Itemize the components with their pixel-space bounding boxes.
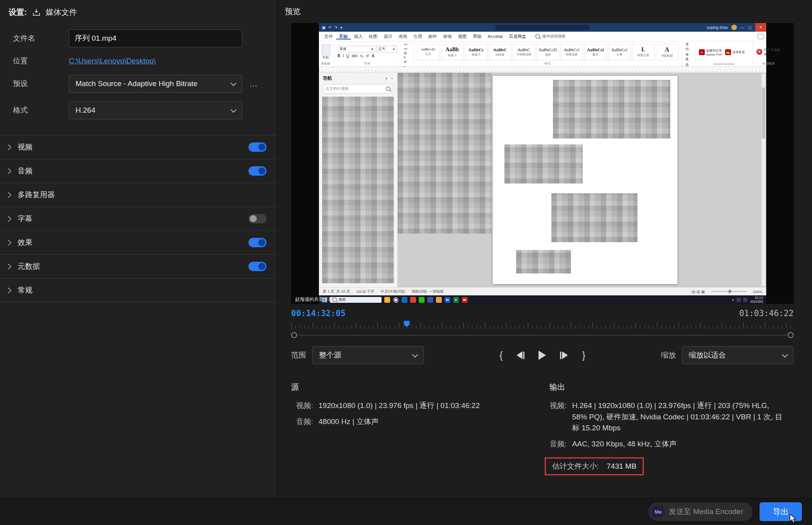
status-page-count: 第 1 页, 共 33 页: [323, 289, 350, 294]
close-icon: ×: [755, 23, 766, 32]
chevron-down-icon: ▾: [385, 76, 387, 81]
section-label: 字幕: [18, 214, 32, 224]
set-out-point-button[interactable]: }: [582, 350, 585, 361]
location-link[interactable]: C:\Users\Lenovo\Desktop\: [69, 57, 156, 65]
filename-label: 文件名: [13, 33, 69, 43]
style-card[interactable]: AaBbCcDc 正文: [417, 44, 440, 60]
effects-toggle[interactable]: [248, 238, 266, 247]
chevron-down-icon: [412, 351, 418, 358]
captions-toggle[interactable]: [248, 214, 266, 223]
filename-input[interactable]: 序列 01.mp4: [69, 29, 242, 47]
settings-subtitle: 媒体文件: [46, 7, 77, 18]
bold-icon: B: [338, 54, 340, 58]
preview-stage[interactable]: 赵海浦的共享屏幕 ▣ ↶ ↷ ▾ yuping zhao — ▢: [291, 23, 794, 304]
styles-gallery: AaBbCcDc 正文 AaBb 标题 4 AaBbCc 标题 5: [417, 42, 679, 61]
current-timecode: 00:14:32:05: [291, 309, 346, 318]
chevron-down-icon: [782, 351, 788, 358]
preset-row: 预设 Match Source - Adaptive High Bitrate …: [13, 75, 277, 93]
audio-toggle[interactable]: [248, 166, 266, 176]
preset-more-button[interactable]: …: [249, 79, 259, 88]
request-signature-label: 请求签名: [733, 50, 745, 54]
style-card[interactable]: AaBb 标题 4: [441, 44, 464, 60]
range-select[interactable]: 整个源: [312, 346, 424, 364]
section-audio[interactable]: 音频: [0, 159, 277, 183]
format-select[interactable]: H.264: [69, 101, 242, 119]
font-color-icon: A: [372, 54, 374, 58]
step-forward-button[interactable]: [560, 351, 568, 359]
zoom-slider-knob: [729, 290, 731, 293]
chevron-down-icon: [230, 80, 237, 86]
main-area: 设置: 媒体文件 文件名 序列 01.mp4 位置 C:\Users\Lenov…: [0, 0, 812, 498]
style-card[interactable]: AaBbCcl 要点: [584, 44, 607, 60]
status-language: 中文(中国大陆): [381, 289, 405, 294]
restore-icon: ▢: [748, 25, 751, 30]
paste-label: 粘贴: [322, 55, 330, 59]
output-info: 输出 视频: H.264 | 1920x1080 (1.0) | 23.976f…: [549, 382, 794, 475]
network-icon: [736, 298, 741, 302]
scrubber-track[interactable]: [298, 335, 787, 336]
style-sample: AaBbCc: [468, 47, 484, 52]
style-name: 正文: [425, 52, 431, 56]
style-card[interactable]: AaBbCc 标题 5: [465, 44, 488, 60]
style-card[interactable]: I. 明显引用: [632, 44, 655, 60]
zoom-select[interactable]: 缩放以适合: [682, 346, 794, 364]
preset-select[interactable]: Match Source - Adaptive High Bitrate: [69, 75, 242, 93]
timeline-ruler[interactable]: [291, 320, 794, 329]
close-icon: ×: [391, 76, 393, 81]
style-card[interactable]: AaBbC 副标题: [489, 44, 511, 60]
preview-title: 预览: [285, 6, 794, 17]
style-card[interactable]: AaBbC 不明显强调: [513, 44, 535, 60]
section-metadata[interactable]: 元数据: [0, 255, 277, 279]
play-button[interactable]: [539, 351, 546, 360]
step-back-button[interactable]: [517, 351, 525, 359]
clipboard-group: 粘贴 剪贴板: [321, 42, 334, 67]
set-in-point-button[interactable]: {: [499, 350, 502, 361]
style-sample: AaBbCcl: [587, 47, 604, 52]
status-accessibility: 辅助功能: 一切就绪: [412, 289, 443, 294]
wechat-icon: [419, 297, 425, 303]
style-card[interactable]: AaBbCcl 引用: [608, 44, 631, 60]
group-label-acrobat: Adobe Acrobat: [714, 62, 734, 66]
zoom-slider: [711, 291, 746, 292]
word-body: 导航 ▾ × 在文档中搜索: [319, 73, 766, 287]
word-window: ▣ ↶ ↷ ▾ yuping zhao — ▢ ×: [319, 23, 766, 304]
settings-accordion: 视频 音频 多路复用器 字幕: [0, 135, 277, 302]
in-point-handle[interactable]: [291, 332, 297, 338]
style-sample: A: [665, 46, 670, 53]
word-titlebar: ▣ ↶ ↷ ▾ yuping zhao — ▢ ×: [319, 23, 766, 32]
output-video-value: H.264 | 1920x1080 (1.0) | 23.976fps | 逐行…: [572, 400, 785, 434]
section-label: 音频: [18, 166, 32, 176]
tell-me-label: 操作说明搜索: [542, 34, 565, 39]
section-label: 视频: [18, 142, 32, 152]
range-label: 范围: [291, 350, 306, 360]
ribbon: 粘贴 剪贴板 宋体▾: [319, 41, 766, 67]
metadata-toggle[interactable]: [248, 262, 266, 271]
section-effects[interactable]: 效果: [0, 231, 277, 255]
style-card[interactable]: AaBbCcl 明显强调: [560, 44, 583, 60]
style-card[interactable]: A 书籍标题: [656, 44, 679, 60]
video-toggle[interactable]: [248, 142, 266, 152]
section-multiplexer[interactable]: 多路复用器: [0, 183, 277, 207]
mouse-cursor-icon: [789, 514, 797, 523]
group-label-font: 字体: [364, 61, 370, 66]
youdao-body: 译 打开 有道翻译: [756, 42, 781, 61]
style-card[interactable]: AaBbCcD 强调: [537, 44, 559, 60]
section-video[interactable]: 视频: [0, 135, 277, 159]
output-title: 输出: [549, 382, 794, 392]
group-label-youdao: 有道翻译: [762, 61, 775, 66]
settings-header: 设置: 媒体文件: [0, 7, 277, 18]
send-to-media-encoder-button[interactable]: Me 发送至 Media Encoder: [648, 502, 753, 521]
avatar: [731, 25, 737, 30]
tab-help: 帮助: [470, 34, 485, 40]
tab-file: 文件: [321, 34, 336, 40]
search-icon: [332, 297, 337, 302]
section-captions[interactable]: 字幕: [0, 207, 277, 231]
out-point-handle[interactable]: [788, 332, 794, 338]
list-icons: ≔ ≕ ≣ ≡ ⇄: [404, 42, 410, 64]
redo-icon: ↷: [334, 25, 337, 30]
playhead[interactable]: [404, 321, 410, 327]
section-general[interactable]: 常规: [0, 279, 277, 302]
superscript-icon: x²: [366, 54, 369, 58]
nav-headings-blurred: [322, 97, 394, 283]
strikethrough-icon: abc: [351, 54, 358, 58]
